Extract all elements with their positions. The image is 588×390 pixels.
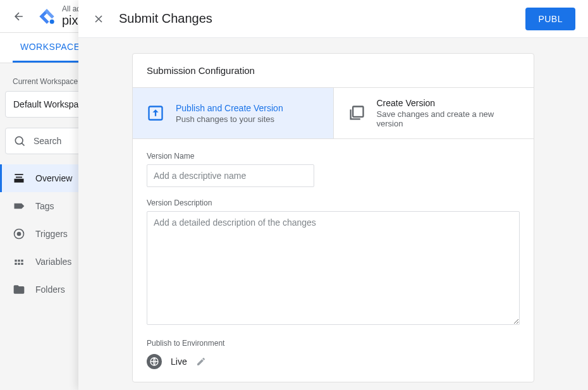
folder-icon — [13, 283, 25, 296]
nav-label: Variables — [35, 257, 71, 267]
submit-changes-modal: Submit Changes PUBL Submission Configura… — [78, 0, 588, 390]
modal-body: Submission Configuration Publish and Cre… — [78, 38, 588, 390]
version-name-label: Version Name — [147, 152, 520, 161]
modal-title: Submit Changes — [119, 11, 525, 26]
version-desc-label: Version Description — [147, 198, 520, 207]
nav-label: Folders — [35, 284, 65, 295]
option-subtitle: Push changes to your sites — [176, 114, 283, 124]
svg-point-1 — [15, 137, 23, 144]
globe-icon — [147, 354, 162, 369]
tab-workspace[interactable]: WORKSPACE — [13, 33, 87, 63]
option-title: Create Version — [377, 98, 520, 108]
version-desc-group: Version Description — [147, 198, 520, 327]
trigger-icon — [13, 228, 25, 240]
gtm-logo-icon — [38, 8, 56, 25]
modal-header: Submit Changes PUBL — [78, 0, 588, 38]
nav-label: Tags — [35, 201, 54, 211]
card-title: Submission Configuration — [133, 54, 534, 87]
option-subtitle: Save changes and create a new version — [377, 109, 520, 128]
submission-card: Submission Configuration Publish and Cre… — [132, 53, 534, 382]
publish-icon — [147, 104, 164, 122]
option-create-version[interactable]: Create Version Save changes and create a… — [334, 88, 534, 138]
nav-label: Overview — [35, 173, 72, 183]
nav-label: Triggers — [35, 229, 68, 239]
variables-icon — [13, 255, 25, 268]
option-text: Publish and Create Version Push changes … — [176, 103, 283, 124]
close-icon — [92, 13, 105, 25]
search-placeholder: Search — [34, 136, 61, 146]
svg-point-0 — [50, 19, 54, 23]
environment-label: Publish to Environment — [147, 339, 520, 348]
edit-icon[interactable] — [196, 356, 206, 367]
close-button[interactable] — [91, 11, 106, 27]
version-icon — [348, 104, 365, 122]
version-desc-input[interactable] — [147, 211, 520, 325]
environment-group: Publish to Environment Live — [147, 339, 520, 369]
search-icon — [13, 135, 26, 147]
environment-row: Live — [147, 354, 520, 369]
submission-options: Publish and Create Version Push changes … — [133, 87, 534, 139]
svg-rect-5 — [353, 107, 363, 117]
overview-icon — [13, 172, 25, 185]
tag-icon — [13, 200, 25, 212]
option-text: Create Version Save changes and create a… — [377, 98, 520, 128]
option-title: Publish and Create Version — [176, 103, 283, 113]
option-publish-create[interactable]: Publish and Create Version Push changes … — [133, 88, 334, 138]
svg-point-3 — [17, 232, 21, 236]
back-button[interactable] — [11, 9, 27, 24]
version-name-input[interactable] — [147, 164, 314, 187]
arrow-left-icon — [13, 10, 25, 23]
publish-button[interactable]: PUBL — [525, 8, 575, 30]
form-section: Version Name Version Description Publish… — [133, 139, 534, 382]
version-name-group: Version Name — [147, 152, 520, 187]
environment-name: Live — [171, 356, 187, 367]
